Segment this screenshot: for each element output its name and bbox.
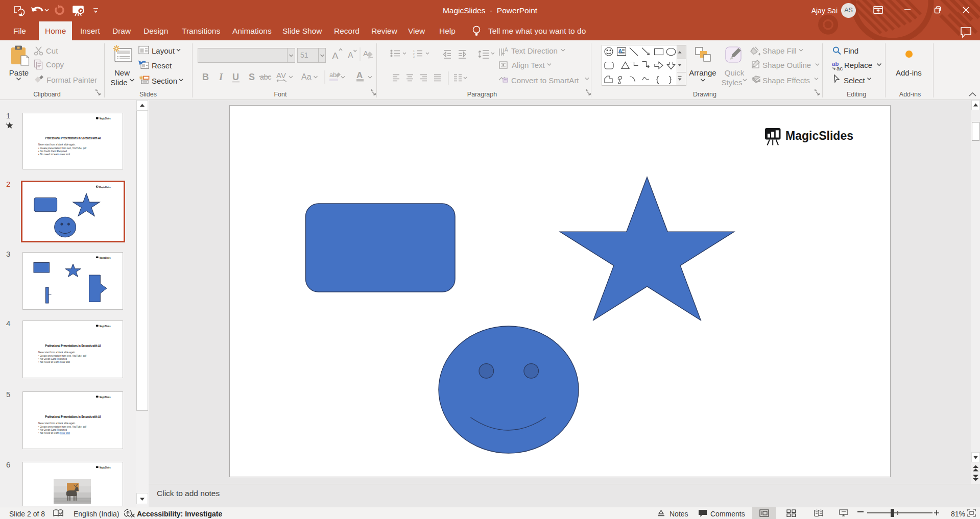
svg-text:• No Credit Card Required: • No Credit Card Required: [38, 358, 67, 360]
svg-text:MagicSlides: MagicSlides: [100, 396, 111, 399]
svg-text:Professional Presentations in: Professional Presentations in Seconds wi…: [45, 136, 101, 140]
svg-text:MagicSlides: MagicSlides: [785, 129, 853, 142]
svg-text:A: A: [618, 48, 623, 54]
svg-text:A: A: [348, 51, 353, 60]
svg-text:Never start from a blank slide: Never start from a blank slide again.: [38, 422, 76, 425]
svg-text:MagicSlides: MagicSlides: [99, 186, 111, 188]
svg-text:Professional Presentations in: Professional Presentations in Seconds wi…: [45, 415, 101, 418]
svg-text:A: A: [332, 51, 339, 61]
svg-text:Never start from a blank slide: Never start from a blank slide again.: [38, 143, 76, 146]
svg-text:Aa: Aa: [301, 72, 312, 81]
svg-text:MagicSlides: MagicSlides: [100, 257, 111, 259]
svg-text:I: I: [219, 71, 223, 82]
svg-text:AV: AV: [276, 71, 286, 80]
svg-text:A: A: [505, 47, 508, 53]
svg-text:• No need to learn new tool: • No need to learn new tool: [38, 361, 70, 363]
svg-text:3: 3: [413, 55, 415, 58]
svg-text:A: A: [363, 49, 368, 58]
svg-text:abc: abc: [260, 73, 272, 81]
svg-text:S: S: [249, 72, 255, 82]
svg-text:MagicSlides: MagicSlides: [100, 117, 111, 120]
svg-text:U: U: [232, 72, 239, 82]
svg-text:A: A: [356, 70, 363, 80]
svg-text:• No Credit Card Required: • No Credit Card Required: [38, 429, 67, 431]
svg-text:ac: ac: [836, 65, 843, 71]
svg-text:ab: ab: [329, 71, 337, 79]
svg-text:MagicSlides: MagicSlides: [100, 325, 111, 328]
svg-text:Never start from a blank slide: Never start from a blank slide again.: [38, 351, 76, 354]
svg-text:• No need to learn new tool: • No need to learn new tool: [38, 432, 70, 434]
svg-text:Professional Presentations in: Professional Presentations in Seconds wi…: [45, 344, 101, 348]
svg-text:• No need to learn new tool: • No need to learn new tool: [38, 153, 70, 156]
svg-text:• No Credit Card Required: • No Credit Card Required: [38, 150, 67, 153]
svg-text:MagicSlides: MagicSlides: [100, 466, 111, 469]
svg-text:B: B: [202, 72, 209, 82]
